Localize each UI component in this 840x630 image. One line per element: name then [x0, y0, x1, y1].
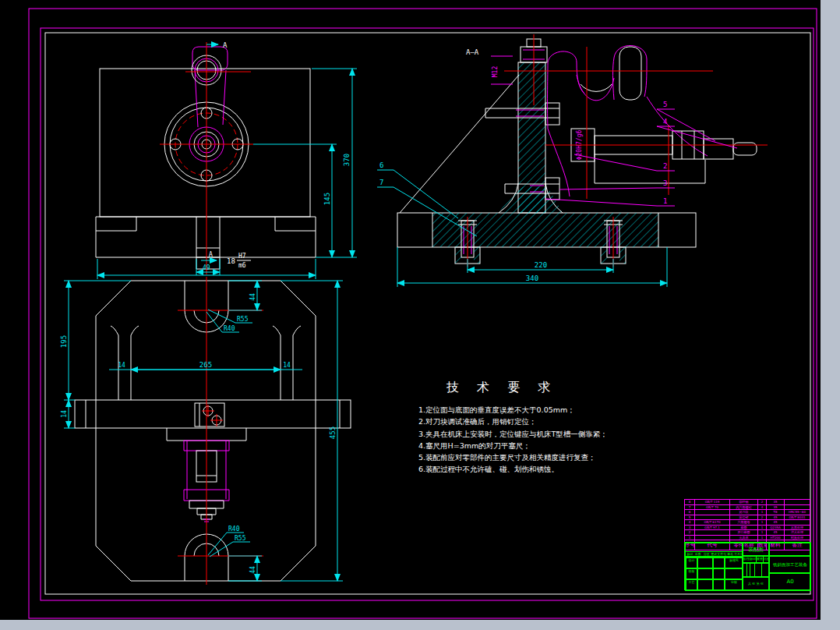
- section-view: A—A M12: [377, 34, 768, 287]
- dim-top-slot-outer: R55: [237, 316, 249, 323]
- project-name-cell: 铣斜面加工艺装备: [769, 556, 811, 573]
- dim-bottom-slot-depth: 44: [249, 566, 256, 574]
- balloon-2: 2: [663, 162, 667, 170]
- tb-label-weight: 重量: [756, 557, 763, 562]
- company-cell: [769, 543, 811, 556]
- dim-rib-width-left: 14: [118, 362, 125, 369]
- front-view: 370 145 A A 18 H7 m6 49: [96, 41, 357, 279]
- tb-label-count: 处数: [694, 552, 703, 556]
- tb-label-stage: 阶段标记: [743, 557, 756, 562]
- tech-requirement-item: 3.夹具在机床上安装时，定位键应与机床T型槽一侧靠紧；: [418, 428, 637, 440]
- dim-top-slot-inner: R40: [224, 325, 235, 332]
- drawing-type-cell: 装配图: [743, 543, 769, 556]
- tb-label-mark: 标记: [686, 552, 694, 556]
- fit-lower: m6: [238, 262, 246, 269]
- sheet-size-cell: A0: [769, 573, 811, 591]
- dim-half-width: 195: [60, 335, 68, 348]
- balloon-4: 4: [663, 118, 667, 126]
- fit-upper: H7: [238, 253, 246, 260]
- tb-label-zone: 分区: [702, 552, 711, 556]
- sheet-count-cell: 共 张 第 张: [743, 577, 769, 591]
- tech-requirement-item: 1.定位面与底面的垂直度误差不大于0.05mm；: [418, 404, 637, 416]
- workpiece-yoke: [548, 45, 708, 196]
- signature-grid: 设计 标准化 校核 工艺 审核: [685, 557, 743, 591]
- parts-list-rows: 8 GB/T 119 圆柱销 2 35 7 GB/T 70 内六角螺钉 4 35…: [684, 499, 810, 540]
- section-arrow-label-bottom: A: [209, 251, 213, 258]
- section-arrow-label-top: A: [223, 41, 228, 49]
- tech-requirement-item: 2.对刀块调试准确后，用销钉定位；: [418, 416, 637, 427]
- dim-bottom-slot-outer: R55: [235, 535, 246, 542]
- revision-grid: 标记 处数 分区 更改文件号 签名 年月日: [685, 543, 743, 557]
- centerlines: [160, 42, 253, 274]
- plan-view: R55 R40 R40 R55 44 44 195 14 455 14 265 …: [60, 277, 351, 585]
- tech-requirement-item: 6.装配过程中不允许磕、碰、划伤和锈蚀。: [418, 463, 637, 475]
- dim-screw-fit: M12: [492, 66, 499, 78]
- dim-rib-width-right: 14: [283, 362, 291, 369]
- dim-bottom-slot-inner: R40: [228, 526, 240, 533]
- technical-requirements: 技 术 要 求 1.定位面与底面的垂直度误差不大于0.05mm；2.对刀块调试准…: [418, 380, 637, 476]
- dim-bolt-span: 220: [535, 261, 547, 269]
- tb-label-date: 年月日: [734, 552, 742, 556]
- dim-locating-height: 145: [323, 193, 331, 205]
- clamp-arm: [192, 47, 228, 127]
- dim-base-width: 340: [526, 274, 538, 282]
- dim-plate-thickness: 14: [61, 410, 68, 418]
- dim-rib-span: 265: [199, 361, 212, 369]
- tb-label-sheet-no: 第 张: [757, 582, 764, 586]
- section-view-label: A—A: [466, 48, 479, 56]
- tb-label-approve: 审核: [725, 579, 743, 590]
- base-outline: [96, 281, 316, 581]
- tech-requirements-title: 技 术 要 求: [446, 380, 637, 396]
- title-block: 标记 处数 分区 更改文件号 签名 年月日 设计 标准化 校核 工艺 审核 装配…: [684, 542, 810, 590]
- fit-nominal: 18: [227, 257, 235, 265]
- balloon-leaders-right: 5 4 2 3 1: [545, 101, 737, 206]
- balloon-1: 1: [663, 197, 667, 205]
- dim-key-slot: 49: [203, 264, 210, 271]
- tech-requirement-item: 4.塞尺用H=3mm的对刀平塞尺；: [418, 440, 637, 451]
- tb-label-sign: 签名: [726, 552, 734, 556]
- stage-boxes-cell: [743, 563, 769, 577]
- balloon-5: 5: [663, 101, 667, 108]
- drawing-type: 装配图: [748, 547, 764, 553]
- tb-label-sheets: 共 张: [748, 582, 755, 586]
- balloon-6: 6: [379, 161, 383, 169]
- balloon-3: 3: [663, 179, 667, 187]
- tb-label-process: 工艺: [686, 579, 697, 590]
- tb-label-design: 设计: [686, 557, 697, 568]
- cross-plate: [75, 400, 351, 428]
- project-name: 铣斜面加工艺装备: [773, 562, 807, 567]
- dim-overall-length: 455: [329, 426, 337, 439]
- tech-requirement-item: 5.装配前应对零部件的主要尺寸及相关精度进行复查；: [418, 451, 637, 463]
- gusset-edge: [400, 75, 519, 213]
- key-fit-callout: 18 H7 m6: [227, 253, 251, 269]
- tb-label-change-no: 更改文件号: [711, 552, 726, 556]
- tb-label-check: 校核: [686, 568, 697, 579]
- balloon-7: 7: [379, 179, 383, 186]
- sheet-size: A0: [786, 579, 793, 585]
- tech-requirements-list: 1.定位面与底面的垂直度误差不大于0.05mm；2.对刀块调试准确后，用销钉定位…: [418, 404, 637, 476]
- dim-overall-height: 370: [343, 154, 351, 166]
- tb-label-standard: 标准化: [725, 557, 743, 568]
- tb-label-scale: 比例: [763, 557, 769, 562]
- dim-top-slot-depth: 44: [249, 293, 256, 301]
- cad-viewer-canvas: { "colors":{"paper":"#000000","line":"#f…: [0, 0, 840, 630]
- guide-key-block: [196, 217, 220, 269]
- stage-header-cell: 阶段标记 重量 比例: [743, 556, 769, 563]
